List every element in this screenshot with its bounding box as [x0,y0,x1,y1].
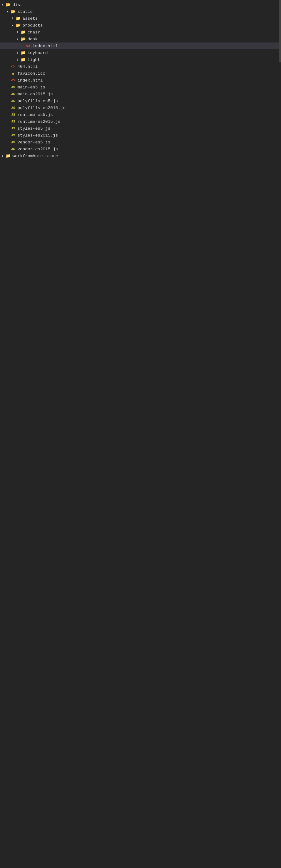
tree-item-desk-index[interactable]: <> index.html [0,42,281,50]
scrollbar-track[interactable] [279,0,281,161]
item-label-index: index.html [17,78,43,83]
chevron-down-icon [5,9,10,14]
item-label-styles-es2015: styles-es2015.js [17,133,58,138]
file-explorer: 📂 dist 📂 static 📁 assets 📂 products 📁 ch… [0,0,281,161]
tree-item-keyboard[interactable]: 📁 keyboard [0,50,281,56]
item-label-light: light [28,58,40,62]
tree-item-runtime-es5[interactable]: JS runtime-es5.js [0,111,281,118]
tree-item-dist[interactable]: 📂 dist [0,1,281,8]
tree-item-404[interactable]: <> 404.html [0,63,281,70]
item-label-vendor-es5: vendor-es5.js [17,140,50,145]
tree-item-static[interactable]: 📂 static [0,8,281,15]
tree-item-desk[interactable]: 📂 desk [0,36,281,42]
tree-item-index[interactable]: <> index.html [0,77,281,84]
chevron-right-icon [15,57,20,62]
tree-item-assets[interactable]: 📁 assets [0,15,281,22]
chevron-right-icon [15,50,20,55]
tree-item-polyfills-es2015[interactable]: JS polyfills-es2015.js [0,104,281,111]
item-label-workfromhome-store: workfromhome-store [12,154,58,158]
tree-item-products[interactable]: 📂 products [0,22,281,29]
item-label-desk-index: index.html [32,44,58,49]
item-label-styles-es5: styles-es5.js [17,126,50,131]
tree-item-main-es2015[interactable]: JS main-es2015.js [0,91,281,97]
item-label-chair: chair [28,30,40,35]
item-label-runtime-es5: runtime-es5.js [17,113,53,117]
chevron-down-icon [15,36,20,41]
item-label-runtime-es2015: runtime-es2015.js [17,119,61,124]
tree-item-styles-es2015[interactable]: JS styles-es2015.js [0,132,281,139]
item-label-favicon: favicon.ico [17,71,45,76]
chevron-right-icon [0,153,5,158]
tree-item-main-es5[interactable]: JS main-es5.js [0,84,281,91]
item-label-404: 404.html [17,64,38,69]
tree-item-favicon[interactable]: ★ favicon.ico [0,70,281,77]
chevron-down-icon [0,2,5,7]
item-label-desk: desk [28,37,37,41]
file-tree: 📂 dist 📂 static 📁 assets 📂 products 📁 ch… [0,0,281,161]
chevron-right-icon [15,30,20,35]
tree-item-vendor-es5[interactable]: JS vendor-es5.js [0,139,281,146]
item-label-products: products [23,23,43,28]
scrollbar-thumb[interactable] [279,0,281,62]
tree-item-vendor-es2015[interactable]: JS vendor-es2015.js [0,146,281,153]
item-label-vendor-es2015: vendor-es2015.js [17,147,58,152]
chevron-right-icon [10,16,15,21]
item-label-main-es5: main-es5.js [17,85,45,90]
item-label-keyboard: keyboard [28,51,48,55]
tree-item-runtime-es2015[interactable]: JS runtime-es2015.js [0,118,281,125]
item-label-main-es2015: main-es2015.js [17,92,53,97]
item-label-assets: assets [23,16,38,21]
chevron-down-icon [10,23,15,28]
tree-item-workfromhome-store[interactable]: 📁 workfromhome-store [0,153,281,159]
tree-item-chair[interactable]: 📁 chair [0,29,281,36]
item-label-dist: dist [12,2,23,7]
item-label-static: static [17,9,33,14]
tree-item-light[interactable]: 📁 light [0,56,281,63]
item-label-polyfills-es2015: polyfills-es2015.js [17,105,66,110]
item-label-polyfills-es5: polyfills-es5.js [17,99,58,103]
tree-item-polyfills-es5[interactable]: JS polyfills-es5.js [0,97,281,104]
tree-item-styles-es5[interactable]: JS styles-es5.js [0,125,281,132]
